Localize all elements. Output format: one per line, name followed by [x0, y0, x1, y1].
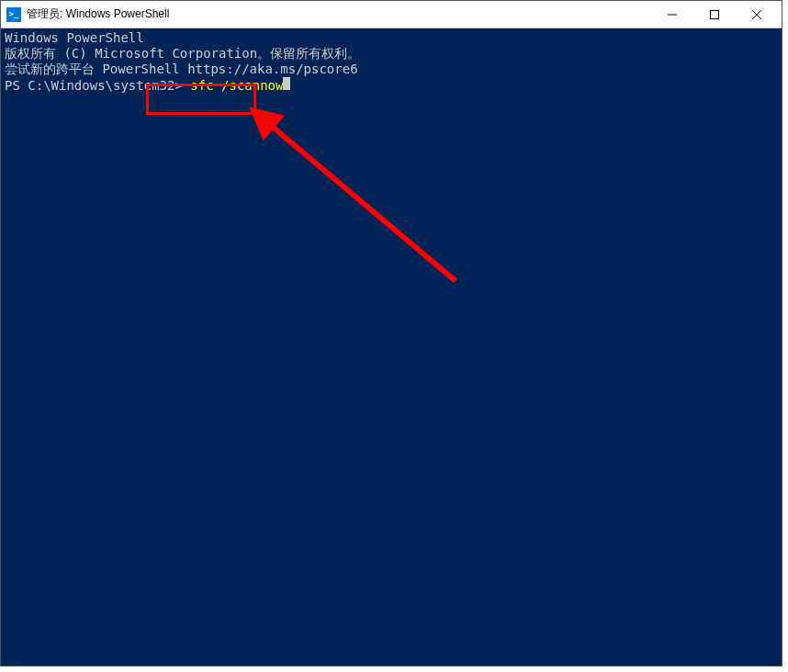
command-text: sfc /scannow: [183, 78, 284, 94]
terminal-area[interactable]: Windows PowerShell 版权所有 (C) Microsoft Co…: [1, 28, 782, 666]
minimize-button[interactable]: [651, 1, 693, 28]
window-controls: [651, 1, 778, 28]
annotation-arrow: [1, 28, 782, 666]
powershell-icon: [6, 7, 21, 22]
maximize-icon: [710, 10, 719, 19]
terminal-line: 尝试新的跨平台 PowerShell https://aka.ms/pscore…: [5, 62, 778, 77]
prompt-line: PS C:\Windows\system32> sfc /scannow: [5, 77, 778, 94]
titlebar[interactable]: 管理员: Windows PowerShell: [1, 1, 782, 28]
terminal-line: Windows PowerShell: [5, 30, 778, 46]
svg-rect-1: [711, 10, 719, 18]
window-title: 管理员: Windows PowerShell: [27, 6, 651, 22]
svg-line-5: [269, 124, 456, 281]
close-button[interactable]: [736, 1, 778, 28]
powershell-window: 管理员: Windows PowerShell Windows PowerShe…: [0, 0, 782, 666]
prompt-path: PS C:\Windows\system32>: [5, 78, 183, 94]
maximize-button[interactable]: [693, 1, 736, 28]
minimize-icon: [668, 10, 677, 19]
terminal-line: 版权所有 (C) Microsoft Corporation。保留所有权利。: [5, 46, 778, 62]
cursor: [283, 77, 290, 90]
close-icon: [752, 10, 761, 19]
